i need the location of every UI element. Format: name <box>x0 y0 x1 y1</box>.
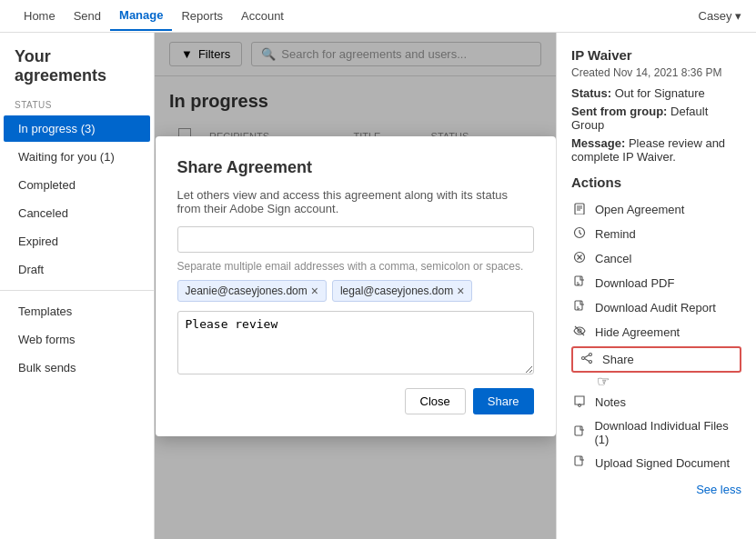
panel-created: Created Nov 14, 2021 8:36 PM <box>571 66 741 79</box>
email-input[interactable] <box>177 226 534 253</box>
notes-icon <box>571 394 588 410</box>
email-tags: Jeanie@caseyjones.dom × legal@caseyjones… <box>177 280 534 302</box>
see-less[interactable]: See less <box>571 483 741 496</box>
message-textarea[interactable] <box>177 311 534 374</box>
email-tag-0: Jeanie@caseyjones.dom × <box>177 280 327 302</box>
svg-rect-21 <box>575 456 582 465</box>
hide-icon <box>571 324 588 340</box>
sidebar-item-canceled[interactable]: Canceled <box>4 200 150 226</box>
svg-point-16 <box>582 357 585 360</box>
user-menu[interactable]: Casey ▾ <box>699 9 741 23</box>
action-notes[interactable]: Notes <box>571 390 741 414</box>
sidebar-item-waiting[interactable]: Waiting for you (1) <box>4 144 150 170</box>
top-nav: Home Send Manage Reports Account Casey ▾ <box>0 0 756 33</box>
open-icon <box>571 202 588 217</box>
modal-footer: Close Share <box>177 388 534 414</box>
modal-overlay: Share Agreement Let others view and acce… <box>155 33 556 539</box>
action-cancel[interactable]: Cancel <box>571 246 741 271</box>
email-tag-1: legal@caseyjones.dom × <box>332 280 472 302</box>
action-download-audit[interactable]: Download Audit Report <box>571 295 741 320</box>
actions-title: Actions <box>571 175 741 190</box>
sidebar-item-completed[interactable]: Completed <box>4 172 150 198</box>
share-button[interactable]: Share <box>473 388 534 414</box>
panel-status: Status: Out for Signature <box>571 86 741 100</box>
share-icon <box>579 352 595 367</box>
tag-close-1[interactable]: × <box>457 284 464 298</box>
action-share[interactable]: Share <box>571 346 741 373</box>
modal-hint: Separate multiple email addresses with a… <box>177 260 534 273</box>
sidebar-item-draft[interactable]: Draft <box>4 256 150 283</box>
svg-line-18 <box>585 359 590 362</box>
download-individual-icon <box>571 425 587 441</box>
sidebar-section-label: STATUS <box>0 96 154 114</box>
download-audit-icon <box>571 300 588 315</box>
action-open[interactable]: Open Agreement <box>571 197 741 222</box>
action-download-individual[interactable]: Download Individual Files (1) <box>571 414 741 451</box>
action-remind[interactable]: Remind <box>571 222 741 246</box>
svg-point-19 <box>579 404 581 407</box>
panel-group: Sent from group: Default Group <box>571 105 741 132</box>
panel-message: Message: Please review and complete IP W… <box>571 136 741 164</box>
nav-home[interactable]: Home <box>15 2 65 30</box>
svg-rect-20 <box>575 426 582 435</box>
modal-title: Share Agreement <box>177 158 534 177</box>
nav-manage[interactable]: Manage <box>110 1 172 31</box>
svg-point-15 <box>590 361 592 364</box>
panel-title: IP Waiver <box>571 47 741 63</box>
sidebar-item-templates[interactable]: Templates <box>4 298 150 324</box>
content-area: ▼ Filters 🔍 Search for agreements and us… <box>155 33 556 539</box>
close-button[interactable]: Close <box>405 388 466 414</box>
sidebar-title: Your agreements <box>0 47 154 96</box>
sidebar-item-web-forms[interactable]: Web forms <box>4 326 150 353</box>
svg-point-14 <box>590 354 592 356</box>
sidebar-item-in-progress[interactable]: In progress (3) <box>4 115 150 142</box>
svg-line-6 <box>580 233 581 235</box>
sidebar: Your agreements STATUS In progress (3) W… <box>0 33 155 539</box>
cursor-indicator: ☞ <box>571 373 741 390</box>
svg-rect-0 <box>575 204 584 215</box>
modal-description: Let others view and access this agreemen… <box>177 188 534 215</box>
sidebar-item-expired[interactable]: Expired <box>4 228 150 255</box>
tag-close-0[interactable]: × <box>311 284 318 298</box>
action-hide[interactable]: Hide Agreement <box>571 320 741 344</box>
nav-send[interactable]: Send <box>65 2 110 30</box>
right-panel: IP Waiver Created Nov 14, 2021 8:36 PM S… <box>556 33 756 539</box>
nav-reports[interactable]: Reports <box>172 2 232 30</box>
nav-account[interactable]: Account <box>232 2 293 30</box>
action-download-pdf[interactable]: Download PDF <box>571 271 741 295</box>
cancel-icon <box>571 251 588 266</box>
sidebar-item-bulk-sends[interactable]: Bulk sends <box>4 354 150 381</box>
action-upload[interactable]: Upload Signed Document <box>571 451 741 475</box>
upload-icon <box>571 455 588 471</box>
status-value: Out for Signature <box>615 86 705 100</box>
share-modal: Share Agreement Let others view and acce… <box>156 136 556 436</box>
remind-icon <box>571 226 588 242</box>
download-pdf-icon <box>571 275 588 291</box>
svg-line-17 <box>585 355 590 358</box>
